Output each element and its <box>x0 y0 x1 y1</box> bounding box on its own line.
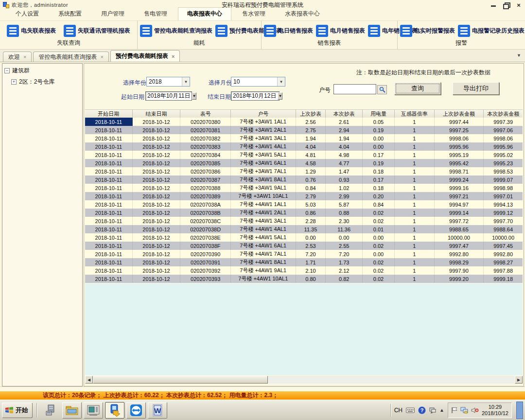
table-cell[interactable]: 2018-10-12 <box>133 225 181 233</box>
table-cell[interactable]: 4.04 <box>326 142 363 151</box>
table-cell[interactable]: 0.00 <box>363 134 395 142</box>
table-cell[interactable]: 2018-10-11 <box>85 184 133 192</box>
table-cell[interactable]: 10000.00 <box>484 233 523 242</box>
table-cell[interactable]: 0.00 <box>326 233 363 242</box>
table-cell[interactable]: 020207038E <box>180 233 231 242</box>
table-cell[interactable]: 0.86 <box>296 209 326 217</box>
clock[interactable]: 10:29 2018/10/12 <box>482 404 508 417</box>
table-cell[interactable]: 4.58 <box>296 159 326 167</box>
table-cell[interactable]: 9994.13 <box>484 200 523 209</box>
table-cell[interactable]: 1.73 <box>326 258 363 266</box>
table-cell[interactable]: 0202070392 <box>180 266 231 275</box>
table-cell[interactable]: 0202070380 <box>180 118 231 126</box>
table-cell[interactable]: 1 <box>395 142 435 151</box>
monitor-app-icon[interactable] <box>84 402 103 419</box>
table-cell[interactable]: 2018-10-11 <box>85 233 133 242</box>
table-cell[interactable]: 7号楼 +3AW1 9AL1 <box>231 184 296 192</box>
tab-3[interactable]: 预付费电表能耗报表× <box>110 50 180 62</box>
table-cell[interactable]: 2018-10-12 <box>133 151 181 159</box>
table-cell[interactable]: 9998.27 <box>484 258 523 266</box>
column-header[interactable]: 用电量 <box>363 109 395 118</box>
table-cell[interactable]: 9999.24 <box>435 175 484 184</box>
end-date-picker[interactable]: 2018年10月12日 ▼ <box>231 91 280 101</box>
table-row[interactable]: 2018-10-112018-10-1202020703827号楼 +3AW1 … <box>85 134 523 142</box>
table-cell[interactable]: 2018-10-12 <box>133 242 181 250</box>
start-date-dropdown-icon[interactable]: ▼ <box>192 92 197 100</box>
table-cell[interactable]: 1 <box>395 242 435 250</box>
table-cell[interactable]: 9997.01 <box>484 192 523 200</box>
scrollbar-thumb[interactable] <box>93 376 268 384</box>
table-row[interactable]: 2018-10-112018-10-1202020703937号楼 +4AW1 … <box>85 275 523 283</box>
table-cell[interactable]: 1 <box>395 167 435 175</box>
column-header[interactable]: 本次抄表金额 <box>484 109 523 118</box>
table-cell[interactable]: 9995.19 <box>435 151 484 159</box>
toolbar-button[interactable]: 电实时报警报表 <box>399 24 456 38</box>
teamviewer-app-icon[interactable] <box>126 402 146 419</box>
table-cell[interactable]: 7号楼 +4AW1 9AL1 <box>231 266 296 275</box>
table-cell[interactable]: 9997.88 <box>484 266 523 275</box>
table-cell[interactable]: 0.01 <box>363 225 395 233</box>
show-desktop-button[interactable] <box>516 402 523 419</box>
toolbar-button[interactable]: 电日销售报表 <box>262 24 315 38</box>
table-cell[interactable]: 0.02 <box>363 258 395 266</box>
table-cell[interactable]: 9988.64 <box>484 225 523 233</box>
table-cell[interactable]: 2018-10-12 <box>133 184 181 192</box>
table-cell[interactable]: 1 <box>395 225 435 233</box>
table-cell[interactable]: 4.04 <box>296 142 326 151</box>
table-cell[interactable]: 2018-10-12 <box>133 134 181 142</box>
table-cell[interactable]: 1 <box>395 184 435 192</box>
table-cell[interactable]: 0202070381 <box>180 126 231 134</box>
table-cell[interactable]: 2018-10-11 <box>85 159 133 167</box>
close-button[interactable]: × <box>515 2 522 8</box>
table-cell[interactable]: 2.56 <box>296 118 326 126</box>
column-header[interactable]: 上次抄表 <box>296 109 326 118</box>
table-cell[interactable]: 020207038F <box>180 242 231 250</box>
table-cell[interactable]: 7号楼 +4AW1 8AL1 <box>231 258 296 266</box>
table-cell[interactable]: 9997.44 <box>435 118 484 126</box>
keyboard-icon[interactable] <box>406 407 415 413</box>
table-cell[interactable]: 2018-10-11 <box>85 266 133 275</box>
table-cell[interactable]: 0.17 <box>363 151 395 159</box>
language-indicator[interactable]: CH <box>394 407 402 414</box>
table-cell[interactable]: 2018-10-12 <box>133 118 181 126</box>
table-cell[interactable]: 9997.90 <box>435 266 484 275</box>
table-cell[interactable]: 2018-10-11 <box>85 142 133 151</box>
table-cell[interactable]: 10000.00 <box>435 233 484 242</box>
table-cell[interactable]: 11.36 <box>326 225 363 233</box>
table-row[interactable]: 2018-10-112018-10-1202020703807号楼 +3AW1 … <box>85 118 523 126</box>
table-cell[interactable]: 0202070393 <box>180 275 231 283</box>
table-cell[interactable]: 9999.14 <box>435 209 484 217</box>
table-cell[interactable]: 7号楼 +3AW1 10AL1 <box>231 192 296 200</box>
table-cell[interactable]: 7号楼 +3AW1 8AL1 <box>231 175 296 184</box>
month-select-dropdown-icon[interactable]: ▼ <box>277 77 285 86</box>
export-print-button[interactable]: 导出打印 <box>453 82 499 95</box>
table-cell[interactable]: 2018-10-11 <box>85 134 133 142</box>
table-cell[interactable]: 7.20 <box>326 250 363 258</box>
table-cell[interactable]: 2018-10-11 <box>85 217 133 225</box>
table-cell[interactable]: 0202070391 <box>180 258 231 266</box>
table-cell[interactable]: 2.12 <box>326 266 363 275</box>
table-row[interactable]: 2018-10-112018-10-12020207038E7号楼 +4AW1 … <box>85 233 523 242</box>
table-cell[interactable]: 7号楼 +3AW1 1AL1 <box>231 118 296 126</box>
table-cell[interactable]: 9999.07 <box>484 175 523 184</box>
server-app-icon[interactable] <box>41 402 60 419</box>
table-cell[interactable]: 5.87 <box>326 200 363 209</box>
table-cell[interactable]: 0202070389 <box>180 192 231 200</box>
table-cell[interactable]: 7号楼 +3AW1 3AL1 <box>231 134 296 142</box>
display-settings-icon[interactable] <box>429 407 436 414</box>
table-cell[interactable]: 7号楼 +3AW1 6AL1 <box>231 159 296 167</box>
table-cell[interactable]: 2018-10-11 <box>85 258 133 266</box>
table-cell[interactable]: 0.84 <box>363 200 395 209</box>
tree-collapse-icon[interactable]: − <box>4 68 10 73</box>
table-cell[interactable]: 0202070390 <box>180 250 231 258</box>
table-cell[interactable]: 0.17 <box>363 175 395 184</box>
table-cell[interactable]: 2018-10-11 <box>85 200 133 209</box>
table-cell[interactable]: 0.19 <box>363 126 395 134</box>
table-cell[interactable]: 0.00 <box>296 233 326 242</box>
tree-node-child[interactable]: + 2区：2号仓库 <box>11 78 80 86</box>
table-cell[interactable]: 2018-10-12 <box>133 175 181 184</box>
year-select[interactable]: 2018 ▼ <box>146 77 190 87</box>
table-cell[interactable]: 0.02 <box>363 217 395 225</box>
table-cell[interactable]: 9988.65 <box>435 225 484 233</box>
tab-2[interactable]: 管控电表能耗查询报表× <box>33 52 108 62</box>
